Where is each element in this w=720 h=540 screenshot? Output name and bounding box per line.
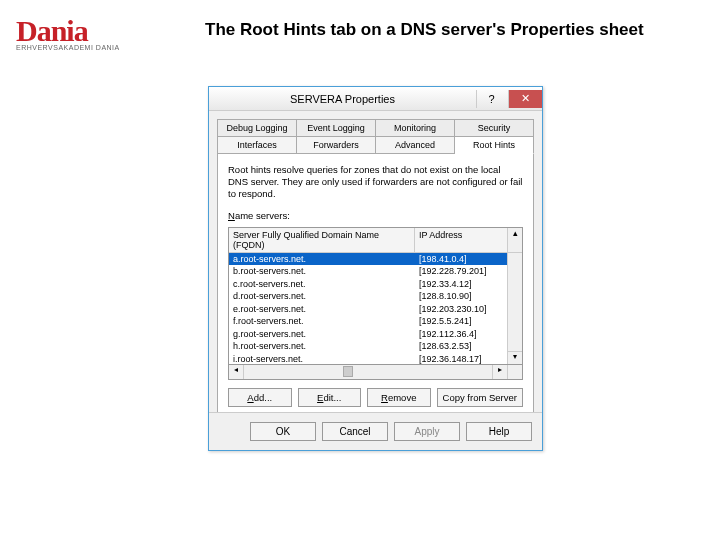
row-fqdn: e.root-servers.net. — [229, 304, 415, 314]
tabs-region: Debug Logging Event Logging Monitoring S… — [209, 111, 542, 423]
row-fqdn: c.root-servers.net. — [229, 279, 415, 289]
row-ip: [192.228.79.201] — [415, 266, 507, 276]
row-fqdn: d.root-servers.net. — [229, 291, 415, 301]
row-ip: [192.5.5.241] — [415, 316, 507, 326]
tab-row-back: Debug Logging Event Logging Monitoring S… — [217, 119, 534, 136]
scroll-track[interactable] — [508, 253, 522, 351]
list-header: Server Fully Qualified Domain Name (FQDN… — [229, 228, 522, 253]
tab-advanced[interactable]: Advanced — [376, 136, 455, 153]
remove-button[interactable]: Remove — [367, 388, 431, 407]
table-row[interactable]: a.root-servers.net.[198.41.0.4] — [229, 253, 507, 266]
cancel-button[interactable]: Cancel — [322, 422, 388, 441]
row-ip: [192.33.4.12] — [415, 279, 507, 289]
slide-title: The Root Hints tab on a DNS server's Pro… — [205, 20, 644, 40]
table-row[interactable]: e.root-servers.net.[192.203.230.10] — [229, 303, 507, 316]
tab-row-front: Interfaces Forwarders Advanced Root Hint… — [217, 136, 534, 153]
tab-forwarders[interactable]: Forwarders — [297, 136, 376, 153]
description-text: Root hints resolve queries for zones tha… — [228, 164, 523, 200]
hscroll-track[interactable] — [244, 365, 492, 379]
table-row[interactable]: f.root-servers.net.[192.5.5.241] — [229, 315, 507, 328]
scroll-corner — [507, 365, 522, 379]
copy-from-server-button[interactable]: Copy from Server — [437, 388, 524, 407]
row-ip: [128.63.2.53] — [415, 341, 507, 351]
logo-script: Dania — [16, 14, 120, 48]
vertical-scrollbar[interactable]: ▾ — [507, 253, 522, 364]
table-row[interactable]: i.root-servers.net.[192.36.148.17] — [229, 353, 507, 364]
scroll-up-icon[interactable]: ▴ — [507, 228, 522, 252]
row-buttons: Add... Edit... Remove Copy from Server — [228, 388, 523, 407]
name-servers-listbox[interactable]: Server Fully Qualified Domain Name (FQDN… — [228, 227, 523, 365]
titlebar: SERVERA Properties ? ✕ — [209, 87, 542, 111]
ok-button[interactable]: OK — [250, 422, 316, 441]
scroll-left-icon[interactable]: ◂ — [229, 365, 244, 379]
tab-root-hints[interactable]: Root Hints — [455, 136, 534, 154]
logo: Dania ERHVERVSAKADEMI DANIA — [16, 14, 120, 51]
row-ip: [128.8.10.90] — [415, 291, 507, 301]
tab-event-logging[interactable]: Event Logging — [297, 119, 376, 136]
properties-dialog: SERVERA Properties ? ✕ Debug Logging Eve… — [208, 86, 543, 451]
tab-interfaces[interactable]: Interfaces — [217, 136, 297, 153]
row-ip: [198.41.0.4] — [415, 254, 507, 264]
row-ip: [192.36.148.17] — [415, 354, 507, 364]
name-servers-label: Name servers: — [228, 210, 523, 221]
row-fqdn: b.root-servers.net. — [229, 266, 415, 276]
list-rows: a.root-servers.net.[198.41.0.4]b.root-se… — [229, 253, 507, 364]
scroll-right-icon[interactable]: ▸ — [492, 365, 507, 379]
logo-subtext: ERHVERVSAKADEMI DANIA — [16, 44, 120, 51]
tab-content: Root hints resolve queries for zones tha… — [217, 153, 534, 423]
tab-monitoring[interactable]: Monitoring — [376, 119, 455, 136]
horizontal-scrollbar[interactable]: ◂ ▸ — [228, 365, 523, 380]
row-fqdn: g.root-servers.net. — [229, 329, 415, 339]
dialog-title: SERVERA Properties — [209, 93, 476, 105]
table-row[interactable]: d.root-servers.net.[128.8.10.90] — [229, 290, 507, 303]
tab-security[interactable]: Security — [455, 119, 534, 136]
row-fqdn: a.root-servers.net. — [229, 254, 415, 264]
add-button[interactable]: Add... — [228, 388, 292, 407]
edit-button[interactable]: Edit... — [298, 388, 362, 407]
dialog-button-row: OK Cancel Apply Help — [209, 412, 542, 450]
scroll-down-icon[interactable]: ▾ — [508, 351, 522, 364]
row-ip: [192.112.36.4] — [415, 329, 507, 339]
row-fqdn: f.root-servers.net. — [229, 316, 415, 326]
hscroll-thumb[interactable] — [343, 366, 353, 377]
apply-button[interactable]: Apply — [394, 422, 460, 441]
column-ip[interactable]: IP Address — [415, 228, 507, 252]
table-row[interactable]: c.root-servers.net.[192.33.4.12] — [229, 278, 507, 291]
row-ip: [192.203.230.10] — [415, 304, 507, 314]
help-button[interactable]: Help — [466, 422, 532, 441]
close-button[interactable]: ✕ — [508, 90, 542, 108]
column-fqdn[interactable]: Server Fully Qualified Domain Name (FQDN… — [229, 228, 415, 252]
row-fqdn: i.root-servers.net. — [229, 354, 415, 364]
table-row[interactable]: b.root-servers.net.[192.228.79.201] — [229, 265, 507, 278]
help-title-button[interactable]: ? — [476, 90, 506, 108]
row-fqdn: h.root-servers.net. — [229, 341, 415, 351]
table-row[interactable]: g.root-servers.net.[192.112.36.4] — [229, 328, 507, 341]
tab-debug-logging[interactable]: Debug Logging — [217, 119, 297, 136]
table-row[interactable]: h.root-servers.net.[128.63.2.53] — [229, 340, 507, 353]
